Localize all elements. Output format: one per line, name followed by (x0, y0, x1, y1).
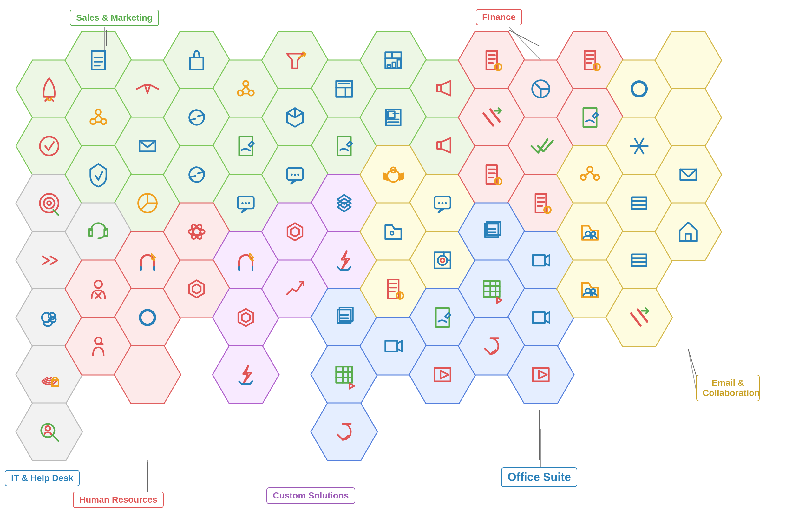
finance-label: Finance (476, 9, 522, 25)
office-suite-label: Office Suite (501, 467, 577, 487)
human-resources-label: Human Resources (73, 491, 164, 508)
it-help-desk-label: IT & Help Desk (5, 470, 80, 486)
sales-marketing-label: Sales & Marketing (70, 9, 159, 26)
main-canvas: .hg { stroke-width: 3; } .hg-green { fil… (0, 0, 812, 515)
email-collaboration-label: Email & Collaboration (696, 375, 760, 401)
custom-solutions-label: Custom Solutions (266, 487, 355, 504)
